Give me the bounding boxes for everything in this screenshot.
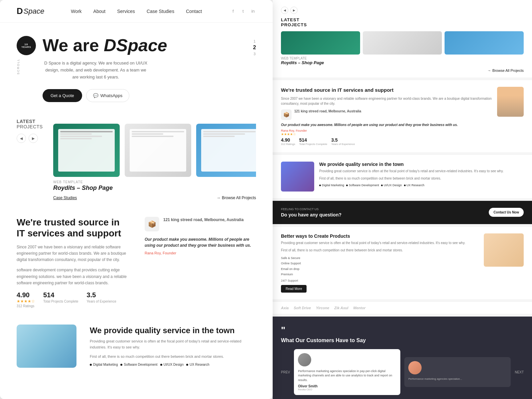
right-prev-arrow[interactable]: ◀ bbox=[281, 7, 288, 14]
quality-section: We provide quality service in the town P… bbox=[0, 318, 273, 378]
right-thumb-2[interactable] bbox=[363, 31, 442, 55]
project-info: WEB TEMPLATE Roydits – Shop Page bbox=[53, 180, 256, 192]
dot-icon bbox=[90, 364, 92, 366]
project-card-2[interactable] bbox=[125, 124, 191, 177]
service-label: UI/UX Design bbox=[164, 363, 184, 366]
right-nav-arrows: ◀ ▶ bbox=[281, 7, 524, 14]
right-better-section: Better ways to Create Products Providing… bbox=[273, 227, 532, 300]
service-label: Digital Marketing bbox=[93, 363, 118, 366]
right-thumb-1[interactable] bbox=[281, 31, 360, 55]
instagram-icon[interactable]: in bbox=[250, 8, 256, 14]
right-better-content: Better ways to Create Products Providing… bbox=[281, 233, 479, 293]
right-latest-section: ◀ ▶ LATEST PROJECTS WEB TEMPLATE Roydits… bbox=[273, 0, 532, 77]
carousel-next-button[interactable]: ▶ bbox=[29, 134, 38, 143]
address-icon: 📦 bbox=[145, 217, 159, 231]
right-quality-text-2: First of all, there is so much competiti… bbox=[319, 176, 503, 181]
right-better-image bbox=[484, 233, 524, 293]
right-browse-arrow: → bbox=[487, 68, 491, 72]
experience-value: 3.5 bbox=[87, 291, 116, 299]
right-cta-sub: FEELING TO CONTACT US bbox=[281, 207, 341, 211]
social-icons: f t in bbox=[230, 8, 256, 14]
right-thumb-3[interactable] bbox=[445, 31, 524, 55]
nav-contact[interactable]: Contact bbox=[186, 9, 202, 14]
logo[interactable]: D Space bbox=[17, 6, 44, 16]
hero-buttons: Get a Quote 💬 WhatsApps bbox=[43, 89, 246, 102]
right-addr-card: 📦 121 king streed road, Melbourne, Austr… bbox=[281, 109, 492, 120]
right-testimonials-section: " What Our Customers Have to Say PREV Pe… bbox=[273, 317, 532, 399]
service-uiux: UI/UX Design bbox=[160, 363, 184, 366]
testimonial-quote: Our product make you awesome. Millions o… bbox=[145, 236, 256, 248]
carousel-prev-button[interactable]: ◀ bbox=[17, 134, 26, 143]
right-cta-text-block: FEELING TO CONTACT US Do you have any qu… bbox=[281, 207, 341, 217]
page-indicators: 1 2 3 bbox=[253, 39, 256, 56]
years-badge: 10 YEARS bbox=[17, 36, 36, 55]
right-service-3: UI/UX Design bbox=[381, 184, 402, 187]
right-rating-stat: 4.90 312 Ratings bbox=[281, 137, 295, 146]
nav-about[interactable]: About bbox=[93, 9, 106, 14]
project-card-3[interactable] bbox=[196, 124, 256, 177]
brand-soft-drive: Soft Drive bbox=[294, 306, 311, 310]
latest-projects-section: LATEST PROJECTS ◀ ▶ bbox=[0, 112, 273, 207]
case-studies-link[interactable]: Case Studies bbox=[53, 196, 77, 200]
projects-label: Total Projects Complete bbox=[43, 300, 78, 303]
better-item-4: Premium bbox=[281, 272, 479, 277]
testimonial-role: Reolta CEO bbox=[298, 388, 396, 391]
dot-icon bbox=[404, 185, 406, 186]
twitter-icon[interactable]: t bbox=[240, 8, 246, 14]
next-testimonial[interactable]: NEXT bbox=[515, 370, 524, 374]
projects-footer: Case Studies → Browse All Projects bbox=[53, 196, 256, 200]
brand-yircone: Yircone bbox=[316, 306, 329, 310]
right-test-title: What Our Customers Have to Say bbox=[281, 337, 524, 344]
scroll-label: SCROLL bbox=[17, 59, 20, 74]
browse-all-link[interactable]: → Browse All Projects bbox=[216, 196, 256, 200]
read-more-button[interactable]: Read More bbox=[281, 285, 307, 293]
project-type: WEB TEMPLATE bbox=[53, 180, 256, 184]
trusted-right: 📦 121 king streed road, Melbourne, Austr… bbox=[145, 217, 256, 255]
rating-stat: 4.90 ★★★★☆ 312 Ratings bbox=[17, 291, 35, 308]
service-digital-marketing: Digital Marketing bbox=[90, 363, 118, 366]
service-label: UX Research bbox=[190, 363, 209, 366]
right-services-tags: Digital Marketing Software Development U… bbox=[319, 184, 503, 187]
whatsapp-icon: 💬 bbox=[93, 93, 98, 98]
right-next-arrow[interactable]: ▶ bbox=[290, 7, 298, 14]
contact-us-button[interactable]: Contact Us Now bbox=[489, 208, 524, 217]
right-better-text-1: Providing great customer service is ofte… bbox=[281, 241, 479, 245]
trusted-title: We're trusted source in IT services and … bbox=[17, 217, 128, 239]
get-quote-button[interactable]: Get a Quote bbox=[43, 89, 82, 102]
service-ux-research: UX Research bbox=[186, 363, 209, 366]
right-brands-section: Axia Soft Drive Yircone Zik Axul Mentor bbox=[273, 302, 532, 314]
project-card-1[interactable] bbox=[53, 124, 120, 177]
nav-services[interactable]: Services bbox=[117, 9, 135, 14]
whatsapp-button[interactable]: 💬 WhatsApps bbox=[86, 89, 129, 102]
right-latest-title: LATEST PROJECTS bbox=[281, 17, 524, 27]
prev-testimonial[interactable]: PREV bbox=[281, 370, 290, 374]
quality-content: We provide quality service in the town P… bbox=[90, 326, 256, 367]
right-browse-label: Browse All Projects bbox=[492, 68, 524, 72]
service-label: Software Development bbox=[124, 363, 157, 366]
testimonial-card-side: Performance marketing agencies specializ… bbox=[404, 357, 511, 387]
quality-title: We provide quality service in the town bbox=[90, 326, 256, 335]
testimonial-name: Oliver Smith bbox=[298, 384, 396, 388]
right-project-type: WEB TEMPLATE bbox=[281, 57, 524, 60]
right-browse-link[interactable]: → Browse All Projects bbox=[281, 68, 524, 72]
main-nav: Work About Services Case Studies Contact bbox=[71, 9, 230, 14]
right-addr-text: 121 king streed road, Melbourne, Austral… bbox=[294, 109, 361, 120]
nav-case-studies[interactable]: Case Studies bbox=[147, 9, 174, 14]
quality-text-2: First of all, there is so much competiti… bbox=[90, 354, 256, 360]
hero-subtitle: D Space is a digital agency. We are focu… bbox=[43, 60, 149, 80]
whatsapp-label: WhatsApps bbox=[100, 93, 122, 98]
right-panel: ◀ ▶ LATEST PROJECTS WEB TEMPLATE Roydits… bbox=[273, 0, 532, 399]
right-author: Rana Roy, Founder bbox=[281, 129, 492, 132]
right-trusted-title: We're trusted source in IT services and … bbox=[281, 87, 492, 93]
dot-icon bbox=[160, 364, 162, 366]
right-trusted-image bbox=[497, 87, 524, 146]
nav-work[interactable]: Work bbox=[71, 9, 81, 14]
right-quote: Our product make you awesome. Millions o… bbox=[281, 123, 492, 127]
projects-carousel bbox=[53, 124, 256, 177]
brand-axia: Axia bbox=[281, 306, 289, 310]
facebook-icon[interactable]: f bbox=[230, 8, 236, 14]
rating-value: 4.90 bbox=[17, 291, 35, 299]
right-stats: 4.90 312 Ratings 514 Total Projects Comp… bbox=[281, 137, 492, 146]
experience-stat: 3.5 Years of Experience bbox=[87, 291, 116, 308]
years-number: 10 bbox=[25, 43, 28, 46]
